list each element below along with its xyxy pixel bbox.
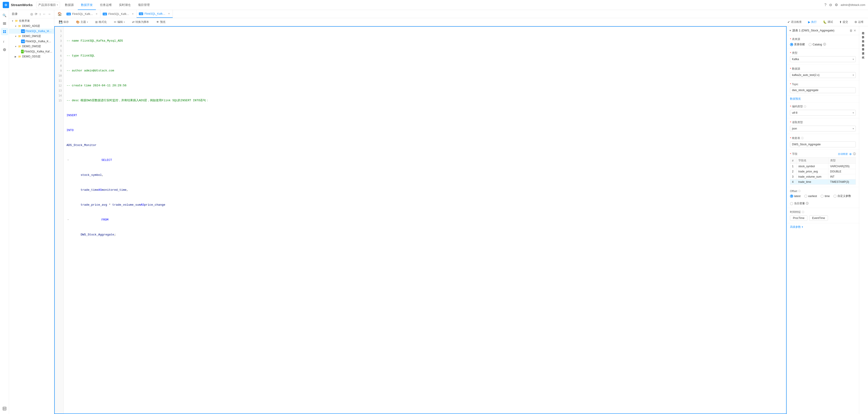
- tree-item-ods[interactable]: ▶ 📁 DEMO_ODS层: [9, 54, 54, 59]
- nav-item-lakehouse[interactable]: 实时湖仓: [116, 0, 134, 10]
- auto-map-help: ⓘ: [853, 152, 856, 156]
- tab-home[interactable]: 🏠: [55, 12, 64, 16]
- panel-collapse-icon[interactable]: ▾: [789, 29, 791, 32]
- tree-item-ads[interactable]: ▾ 📁 DEMO_ADS层: [9, 24, 54, 29]
- sidebar-locate-icon[interactable]: ◎: [30, 12, 33, 16]
- tree-item-dwd[interactable]: ▾ 📁 DEMO_DWD层: [9, 44, 54, 49]
- settings-icon[interactable]: ⚙: [835, 3, 838, 7]
- field-row-2[interactable]: 2 trade_price_avg DOUBLE: [790, 169, 856, 174]
- zoom-icon[interactable]: ⊖: [829, 3, 832, 7]
- project-selector[interactable]: 产品演示项目 ▾: [36, 2, 60, 8]
- data-preview-link[interactable]: 数据预览: [790, 97, 801, 100]
- fold-icon-13[interactable]: ▾: [66, 218, 70, 221]
- sidebar-nav-back-icon[interactable]: ←: [42, 12, 46, 16]
- tree-item-flink-ads[interactable]: Sql FlinkSQL_Kafka_Mysql...: [9, 29, 54, 34]
- mapping-table-input[interactable]: [790, 141, 856, 147]
- sidebar-refresh-icon[interactable]: ⟳: [34, 12, 38, 16]
- sidebar-icon-resource[interactable]: [1, 46, 8, 53]
- nav-item-datadev[interactable]: 数据开发: [78, 0, 96, 10]
- tab-0[interactable]: Sql FlinkSQL_Kafka_Ka... ✕: [64, 10, 100, 18]
- far-right-item-version[interactable]: 版本信息: [861, 36, 867, 40]
- far-right-item-schedule[interactable]: 调度设置: [861, 48, 867, 52]
- datasource-select[interactable]: kafka2x_auto_test(2.x): [790, 72, 856, 78]
- preview-button[interactable]: 👁 预览: [154, 19, 167, 25]
- encoding-select[interactable]: utf-8: [790, 110, 856, 116]
- nav-item-datasource[interactable]: 数据源: [62, 0, 77, 10]
- debug-button[interactable]: 🐛 调试: [821, 19, 835, 25]
- save-button[interactable]: 💾 保存: [57, 19, 70, 25]
- folder-icon: 📁: [18, 25, 22, 28]
- radio-direct[interactable]: 直接创建: [790, 42, 805, 46]
- tree-item-flink-dws[interactable]: Sql FlinkSQL_Kafka_Kafka...: [9, 39, 54, 44]
- tab-2[interactable]: Sql FlinkSQL_Kafka_M... ✕: [136, 10, 173, 18]
- far-right-item-task-params[interactable]: 任务参数: [861, 32, 867, 36]
- offset-custom[interactable]: 自定义参数: [833, 194, 851, 198]
- tab-1[interactable]: Sql FlinkSQL_Kafka_Ka... ✕: [100, 10, 136, 18]
- tab-close-1[interactable]: ✕: [131, 12, 134, 15]
- convert-button[interactable]: ⇄ 转换为脚本: [130, 19, 151, 25]
- far-right-item-template[interactable]: 模板式: [861, 53, 867, 56]
- proctime-button[interactable]: ProcTime: [790, 215, 807, 221]
- tab-close-0[interactable]: ✕: [95, 12, 98, 15]
- type-select[interactable]: Kafka: [790, 56, 856, 62]
- tab-bar: 🏠 Sql FlinkSQL_Kafka_Ka... ✕ Sql FlinkSQ…: [54, 10, 868, 18]
- field-row-3[interactable]: 3 trade_volume_sum INT: [790, 174, 856, 179]
- far-right-item-env[interactable]: 环境参数: [861, 40, 867, 44]
- auto-map-controls: 自动映射 ⊕ ⓘ: [838, 152, 856, 156]
- svg-rect-3: [3, 30, 4, 31]
- panel-close-icon[interactable]: ✕: [854, 29, 856, 32]
- syntax-icon: ✔: [787, 20, 790, 24]
- code-content: -- name FlinkSQL_Kafka_Mysql_ADS -- type…: [64, 27, 786, 414]
- fold-icon-9[interactable]: ▾: [66, 159, 70, 162]
- theme-button[interactable]: 🎨 主题 ▾: [74, 19, 90, 25]
- tab-close-2[interactable]: ✕: [167, 12, 170, 15]
- field-col-num: #: [790, 158, 797, 164]
- offset-latest[interactable]: latest: [790, 195, 801, 198]
- nav-item-taskmgmt[interactable]: 任务运维: [97, 0, 115, 10]
- panel-delete-icon[interactable]: 🗑: [849, 29, 852, 32]
- far-right-item-structure[interactable]: 结构信息: [861, 28, 867, 32]
- code-editor[interactable]: 1 2 3 4 5 6 7 8 9 10 11 12 13 14: [54, 26, 786, 414]
- tab-icon-2: Sql: [139, 12, 143, 15]
- fields-label: * 字段: [790, 152, 798, 156]
- offset-earliest[interactable]: earliest: [804, 195, 817, 198]
- sidebar-icon-function[interactable]: f: [1, 38, 8, 45]
- sidebar-icon-search[interactable]: 🔍: [1, 12, 8, 19]
- sidebar-collapse-all-icon[interactable]: ↕: [39, 12, 41, 16]
- far-right-item-alert[interactable]: 告警服务: [861, 44, 867, 48]
- edit-button[interactable]: ✏ 编辑 ▾: [112, 19, 127, 25]
- sidebar-icon-task[interactable]: [1, 28, 8, 35]
- sidebar-nav-forward-icon[interactable]: →: [47, 12, 51, 16]
- syntax-check-button[interactable]: ✔ 语法检查: [786, 19, 804, 25]
- submit-button[interactable]: ⬆ 提交: [837, 19, 850, 25]
- advanced-params-section[interactable]: 高级参数 ▾: [787, 223, 859, 231]
- edit-icon: ✏: [114, 20, 117, 24]
- read-type-select[interactable]: json: [790, 126, 856, 132]
- offset-time[interactable]: time: [820, 195, 830, 198]
- tree-item-dws[interactable]: ▾ 📁 DEMO_DWS层: [9, 34, 54, 39]
- help-icon[interactable]: ?: [824, 3, 827, 7]
- enc-required: *: [790, 105, 791, 108]
- field-row-4[interactable]: 4 trade_time TIMESTAMP(3): [790, 179, 856, 185]
- nav-menu: 数据源 数据开发 任务运维 实时湖仓 项目管理: [62, 0, 824, 10]
- auto-map-label[interactable]: 自动映射: [838, 152, 848, 156]
- nav-item-projectmgmt[interactable]: 项目管理: [135, 0, 153, 10]
- eventtime-button[interactable]: EventTime: [809, 215, 828, 221]
- function-icon: f: [3, 40, 6, 43]
- tree-item-taskdev[interactable]: ▾ 📁 任务开发: [9, 18, 54, 24]
- offset-today[interactable]: 当日变量 ⓘ: [790, 202, 808, 205]
- line-num-15: 15: [55, 98, 64, 103]
- far-right-sidebar: 结构信息 任务参数 版本信息 环境参数 告警服务 调度设置 模板式: [859, 26, 868, 414]
- execute-button[interactable]: ▶ 执行: [806, 19, 818, 25]
- topic-input[interactable]: [790, 87, 856, 93]
- format-button[interactable]: ⊞ 格式化: [93, 19, 108, 25]
- sidebar-icon-table[interactable]: [1, 405, 8, 412]
- auto-map-toggle[interactable]: ⊕: [849, 152, 852, 156]
- logo-icon: [3, 2, 9, 8]
- sidebar-icon-directory[interactable]: [1, 20, 8, 27]
- radio-catalog[interactable]: Catalog ⓘ: [808, 42, 826, 46]
- tree-container: ▾ 📁 任务开发 ▾ 📁 DEMO_ADS层 Sql FlinkSQL_Kafk…: [9, 18, 54, 414]
- field-row-1[interactable]: 1 stock_symbol VARCHAR(255): [790, 164, 856, 169]
- tree-item-flink-dwd[interactable]: Fl FlinkSQL_Kafka_Kafka...: [9, 49, 54, 54]
- run-button[interactable]: ⚙ 运维: [852, 19, 865, 25]
